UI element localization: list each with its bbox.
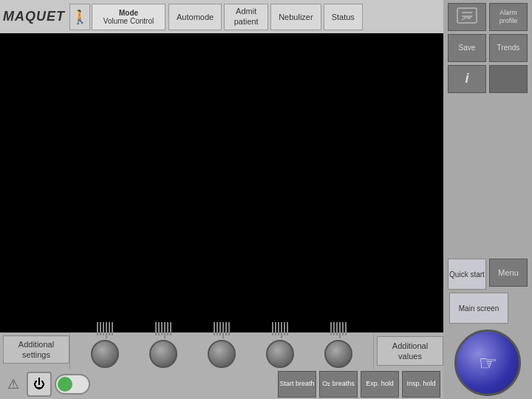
o2-breaths-button[interactable]: O₂ breaths bbox=[319, 371, 358, 398]
tick bbox=[284, 322, 285, 335]
knob-ticks-2 bbox=[155, 322, 171, 338]
automode-button[interactable]: Automode bbox=[168, 4, 222, 30]
tick bbox=[228, 322, 230, 335]
alarm-save-row: Alarm profile bbox=[446, 3, 529, 31]
warning-icon: ⚠ bbox=[3, 374, 24, 395]
insp-hold-button[interactable]: Insp. hold bbox=[402, 371, 440, 398]
knob-group-4 bbox=[250, 322, 309, 368]
exp-hold-button[interactable]: Exp. hold bbox=[361, 371, 399, 398]
tick bbox=[281, 322, 282, 338]
additional-settings-button[interactable]: Additional settings bbox=[3, 335, 69, 364]
tick bbox=[106, 322, 107, 338]
quick-menu-row: Quick start Menu bbox=[446, 259, 529, 290]
blank-button bbox=[489, 65, 528, 93]
tick bbox=[330, 322, 332, 335]
tick bbox=[216, 322, 218, 335]
tick bbox=[112, 322, 113, 335]
knob-1[interactable] bbox=[91, 340, 119, 368]
tick bbox=[103, 322, 104, 335]
knob-3[interactable] bbox=[208, 340, 236, 368]
nebulizer-button[interactable]: Nebulizer bbox=[270, 4, 321, 30]
tick bbox=[275, 322, 276, 335]
mode-value: Volume Control bbox=[103, 17, 154, 25]
bottom-bar: Additional settings bbox=[0, 332, 443, 399]
tick bbox=[100, 322, 101, 335]
knob-ticks-1 bbox=[97, 322, 113, 338]
tick bbox=[219, 322, 221, 335]
tick bbox=[158, 322, 160, 335]
tick bbox=[214, 322, 215, 335]
power-button[interactable]: ⏻ bbox=[27, 372, 52, 397]
toggle-thumb bbox=[58, 377, 72, 392]
tick bbox=[272, 322, 273, 335]
knob-group-3 bbox=[193, 322, 251, 368]
tick bbox=[164, 322, 166, 338]
bottom-top-row: Additional settings bbox=[0, 332, 443, 369]
action-buttons: Start breath O₂ breaths Exp. hold Insp. … bbox=[278, 371, 440, 398]
tick bbox=[161, 322, 163, 335]
tick bbox=[97, 322, 98, 335]
alarm-label: Alarm profile bbox=[489, 3, 528, 31]
main-screen-row: Main screen bbox=[446, 293, 529, 324]
save-button[interactable]: Save bbox=[448, 34, 486, 62]
trends-button[interactable]: Trends bbox=[489, 34, 528, 62]
patient-icon: 🚶 bbox=[69, 4, 90, 30]
knob-group-5 bbox=[309, 322, 367, 368]
tick bbox=[336, 322, 338, 335]
power-icon: ⏻ bbox=[33, 378, 45, 391]
main-screen-button[interactable]: Main screen bbox=[449, 293, 508, 324]
info-blank-row: i bbox=[446, 65, 529, 93]
info-button[interactable]: i bbox=[448, 65, 486, 93]
save-trends-row: Save Trends bbox=[446, 34, 529, 62]
additional-values-button[interactable]: Additional values bbox=[377, 336, 443, 366]
tick bbox=[339, 322, 341, 338]
knobs-wrapper bbox=[70, 332, 373, 369]
alarm-profile-button[interactable] bbox=[448, 3, 486, 31]
tick bbox=[287, 322, 288, 335]
menu-button[interactable]: Menu bbox=[489, 259, 528, 287]
knob-ticks-3 bbox=[214, 322, 230, 338]
tick bbox=[170, 322, 171, 335]
mode-label: Mode bbox=[119, 9, 138, 17]
maquet-logo: MAQUET bbox=[3, 9, 65, 24]
knob-group-2 bbox=[134, 322, 193, 368]
tick bbox=[155, 322, 157, 335]
knob-group-1 bbox=[76, 322, 134, 368]
start-breath-button[interactable]: Start breath bbox=[278, 371, 316, 398]
tick bbox=[342, 322, 344, 335]
hand-icon: ☞ bbox=[479, 351, 497, 375]
knob-2[interactable] bbox=[149, 340, 177, 368]
additional-settings-wrapper: Additional settings bbox=[0, 332, 70, 369]
knob-ticks-4 bbox=[272, 322, 288, 338]
rotary-knob[interactable]: ☞ bbox=[454, 330, 521, 396]
tick bbox=[345, 322, 347, 335]
main-display bbox=[0, 33, 443, 332]
right-panel: Alarm profile Save Trends i Quick start … bbox=[443, 0, 532, 399]
tick bbox=[222, 322, 224, 338]
knob-5[interactable] bbox=[324, 340, 352, 368]
tick bbox=[333, 322, 335, 335]
admit-patient-button[interactable]: Admit patient bbox=[224, 4, 268, 30]
quick-start-button[interactable]: Quick start bbox=[448, 259, 486, 290]
tick bbox=[225, 322, 227, 335]
tick bbox=[109, 322, 110, 335]
tick bbox=[167, 322, 168, 335]
status-button[interactable]: Status bbox=[324, 4, 363, 30]
knob-ticks-5 bbox=[330, 322, 347, 338]
toggle-switch[interactable] bbox=[55, 374, 90, 395]
bottom-bottom-row: ⚠ ⏻ Start breath O₂ breaths Exp. hold In… bbox=[0, 369, 443, 399]
additional-values-wrapper: Additional values bbox=[373, 332, 443, 369]
knob-4[interactable] bbox=[266, 340, 294, 368]
tick bbox=[278, 322, 279, 335]
mode-box: Mode Volume Control bbox=[92, 4, 166, 30]
